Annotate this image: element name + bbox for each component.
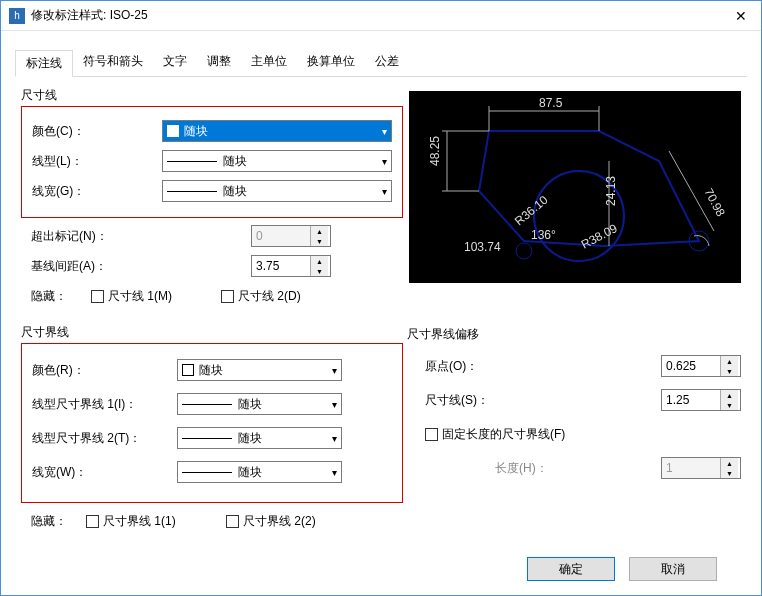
lineweight-value: 随块 <box>223 183 247 200</box>
lineweight-label: 线宽(G)： <box>32 183 162 200</box>
ext-lt2-label: 线型尺寸界线 2(T)： <box>32 430 177 447</box>
dim-right: 70.98 <box>701 186 728 219</box>
tab-primary[interactable]: 主单位 <box>241 49 297 76</box>
origin-input[interactable] <box>662 356 720 376</box>
hide-label: 隐藏： <box>31 288 91 305</box>
tab-text[interactable]: 文字 <box>153 49 197 76</box>
checkbox-icon <box>221 290 234 303</box>
dim-top: 87.5 <box>539 96 563 110</box>
ext-lw-combo[interactable]: 随块 ▾ <box>177 461 342 483</box>
beyond-input <box>252 226 310 246</box>
color-label: 颜色(C)： <box>32 123 162 140</box>
tab-symbols[interactable]: 符号和箭头 <box>73 49 153 76</box>
ok-button[interactable]: 确定 <box>527 557 615 581</box>
dimline-offset-label: 尺寸线(S)： <box>425 392 661 409</box>
chevron-down-icon: ▾ <box>332 433 337 444</box>
cancel-button[interactable]: 取消 <box>629 557 717 581</box>
fixed-length-checkbox[interactable]: 固定长度的尺寸界线(F) <box>425 426 565 443</box>
spin-up-icon: ▲ <box>311 226 328 236</box>
close-icon[interactable]: ✕ <box>729 8 753 24</box>
origin-spinner[interactable]: ▲▼ <box>661 355 741 377</box>
baseline-input[interactable] <box>252 256 310 276</box>
line-sample-icon <box>182 472 232 473</box>
chevron-down-icon: ▾ <box>332 467 337 478</box>
ext-lt1-combo[interactable]: 随块 ▾ <box>177 393 342 415</box>
ext-color-combo[interactable]: 随块 ▾ <box>177 359 342 381</box>
hide-dim2-checkbox[interactable]: 尺寸线 2(D) <box>221 288 301 305</box>
tab-alternate[interactable]: 换算单位 <box>297 49 365 76</box>
angle-text: 136° <box>531 228 556 242</box>
linetype-value: 随块 <box>223 153 247 170</box>
lineweight-combo[interactable]: 随块 ▾ <box>162 180 392 202</box>
ext-lt1-value: 随块 <box>238 396 262 413</box>
hide-ext1-label: 尺寸界线 1(1) <box>103 513 176 530</box>
hide-dim1-checkbox[interactable]: 尺寸线 1(M) <box>91 288 221 305</box>
dimline-offset-input[interactable] <box>662 390 720 410</box>
spin-down-icon[interactable]: ▼ <box>311 266 328 276</box>
r2-text: R36.10 <box>512 192 551 228</box>
spin-up-icon[interactable]: ▲ <box>721 356 738 366</box>
tab-dimlines[interactable]: 标注线 <box>15 50 73 77</box>
beyond-label: 超出标记(N)： <box>31 228 161 245</box>
chevron-down-icon: ▾ <box>332 365 337 376</box>
spin-up-icon[interactable]: ▲ <box>721 390 738 400</box>
checkbox-icon <box>91 290 104 303</box>
app-icon: h <box>9 8 25 24</box>
hide-ext2-label: 尺寸界线 2(2) <box>243 513 316 530</box>
extline-red-frame: 颜色(R)： 随块 ▾ 线型尺寸界线 1(I)： 随块 ▾ <box>21 343 403 503</box>
spin-up-icon[interactable]: ▲ <box>311 256 328 266</box>
spin-down-icon: ▼ <box>721 468 738 478</box>
tab-strip: 标注线 符号和箭头 文字 调整 主单位 换算单位 公差 <box>1 31 761 76</box>
dimline-red-frame: 颜色(C)： 随块 ▾ 线型(L)： 随块 ▾ 线宽 <box>21 106 403 218</box>
hide-dim2-label: 尺寸线 2(D) <box>238 288 301 305</box>
title-bar: h 修改标注样式: ISO-25 ✕ <box>1 1 761 31</box>
ext-lt2-value: 随块 <box>238 430 262 447</box>
baseline-spinner[interactable]: ▲▼ <box>251 255 331 277</box>
dim-left: 48.25 <box>428 136 442 166</box>
preview-panel: 87.5 48.25 24.13 70.98 103.74 R36.10 136… <box>409 91 741 283</box>
color-swatch-icon <box>167 125 179 137</box>
checkbox-icon <box>425 428 438 441</box>
radius-text: 103.74 <box>464 240 501 254</box>
hide-ext2-checkbox[interactable]: 尺寸界线 2(2) <box>226 513 316 530</box>
baseline-label: 基线间距(A)： <box>31 258 161 275</box>
length-spinner: ▲▼ <box>661 457 741 479</box>
ext-color-label: 颜色(R)： <box>32 362 177 379</box>
linetype-combo[interactable]: 随块 ▾ <box>162 150 392 172</box>
tab-fit[interactable]: 调整 <box>197 49 241 76</box>
line-sample-icon <box>182 404 232 405</box>
spin-down-icon[interactable]: ▼ <box>721 366 738 376</box>
dimline-group-title: 尺寸线 <box>21 87 403 104</box>
ext-lt1-label: 线型尺寸界线 1(I)： <box>32 396 177 413</box>
length-label: 长度(H)： <box>495 460 661 477</box>
offset-group-title: 尺寸界线偏移 <box>405 326 741 343</box>
checkbox-icon <box>86 515 99 528</box>
svg-point-10 <box>516 243 532 259</box>
tab-tolerance[interactable]: 公差 <box>365 49 409 76</box>
svg-marker-0 <box>479 131 699 246</box>
ext-lt2-combo[interactable]: 随块 ▾ <box>177 427 342 449</box>
color-swatch-icon <box>182 364 194 376</box>
hide-ext1-checkbox[interactable]: 尺寸界线 1(1) <box>86 513 226 530</box>
ext-hide-label: 隐藏： <box>31 513 86 530</box>
linetype-label: 线型(L)： <box>32 153 162 170</box>
beyond-spinner: ▲▼ <box>251 225 331 247</box>
ext-color-value: 随块 <box>199 362 223 379</box>
spin-up-icon: ▲ <box>721 458 738 468</box>
spin-down-icon[interactable]: ▼ <box>721 400 738 410</box>
dimline-offset-spinner[interactable]: ▲▼ <box>661 389 741 411</box>
line-sample-icon <box>182 438 232 439</box>
dim-mid: 24.13 <box>604 176 618 206</box>
chevron-down-icon: ▾ <box>382 126 387 137</box>
chevron-down-icon: ▾ <box>382 186 387 197</box>
origin-label: 原点(O)： <box>425 358 661 375</box>
line-sample-icon <box>167 161 217 162</box>
length-input <box>662 458 720 478</box>
extline-group-title: 尺寸界线 <box>21 324 403 341</box>
chevron-down-icon: ▾ <box>382 156 387 167</box>
window-title: 修改标注样式: ISO-25 <box>31 7 729 24</box>
line-sample-icon <box>167 191 217 192</box>
color-value: 随块 <box>184 123 208 140</box>
r3-text: R38.09 <box>579 221 620 252</box>
color-combo[interactable]: 随块 ▾ <box>162 120 392 142</box>
